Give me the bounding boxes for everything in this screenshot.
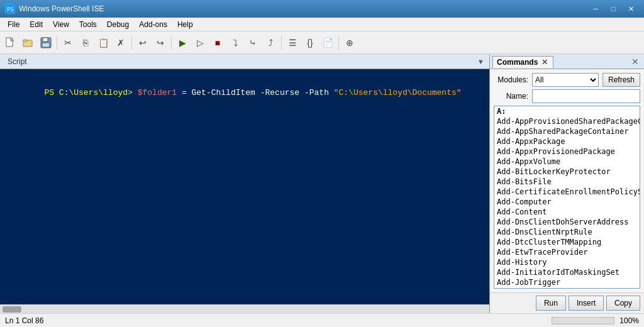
list-item[interactable]: Add-KdsRootKey [494, 287, 640, 289]
list-item[interactable]: Add-InitiatorIdToMaskingSet [494, 267, 640, 277]
ln-col-status: Ln 1 Col 86 [5, 316, 43, 325]
console-area[interactable]: PS C:\Users\lloyd> $folder1 = Get-ChildI… [0, 69, 489, 304]
minimize-button[interactable]: ─ [587, 3, 604, 15]
powershell-icon: PS [5, 4, 15, 14]
commands-tab-label: Commands [497, 58, 538, 67]
menu-file[interactable]: File [3, 19, 25, 30]
commands-tab[interactable]: Commands ✕ [492, 56, 553, 68]
menu-tools[interactable]: Tools [74, 19, 102, 30]
script-tab-bar: Script ▼ [0, 54, 489, 69]
new-tab-button[interactable]: ⊕ [341, 35, 358, 51]
name-input[interactable] [532, 89, 640, 103]
undo-button[interactable]: ↩ [135, 35, 151, 51]
menu-help[interactable]: Help [172, 19, 198, 30]
copy-action-button[interactable]: Copy [606, 296, 640, 311]
commands-actions: Run Insert Copy [490, 292, 644, 313]
script-tab-label: Script [3, 56, 32, 67]
close-button[interactable]: ✕ [623, 3, 639, 15]
show-commands-button[interactable]: ☰ [284, 35, 301, 51]
save-button[interactable] [38, 35, 54, 51]
status-left: Ln 1 Col 86 [5, 316, 43, 325]
commands-panel-close-button[interactable]: ✕ [629, 55, 641, 68]
step-out-button[interactable]: ⤴ [262, 35, 279, 51]
list-item[interactable]: Add-BitsFile [494, 177, 640, 187]
status-right: 100% [552, 316, 639, 325]
svg-rect-9 [42, 43, 50, 47]
window-title: Windows PowerShell ISE [19, 4, 104, 13]
script-expand-button[interactable]: ▼ [475, 57, 487, 67]
console-scrollbar[interactable] [0, 304, 489, 313]
ps-prompt: PS C:\Users\lloyd> [44, 88, 132, 97]
insert-action-button[interactable]: Insert [569, 296, 604, 311]
modules-label: Modules: [494, 75, 528, 84]
maximize-button[interactable]: □ [605, 3, 621, 15]
menu-debug[interactable]: Debug [102, 19, 134, 30]
run-selection-button[interactable]: ▷ [192, 35, 208, 51]
commands-list[interactable]: A: Add-AppProvisionedSharedPackageContai… [494, 106, 640, 289]
step-into-button[interactable]: ⤵ [227, 35, 243, 51]
show-script-button[interactable]: 📄 [319, 35, 336, 51]
commands-header: Commands ✕ ✕ [490, 54, 644, 69]
cut-button[interactable]: ✂ [60, 35, 76, 51]
status-bar: Ln 1 Col 86 100% [0, 313, 644, 327]
menu-addons[interactable]: Add-ons [134, 19, 172, 30]
modules-row: Modules: All Refresh [494, 73, 640, 87]
refresh-button[interactable]: Refresh [602, 73, 640, 87]
list-item[interactable]: Add-BitLockerKeyProtector [494, 167, 640, 177]
list-item[interactable]: Add-AppxPackage [494, 136, 640, 147]
svg-rect-6 [23, 40, 27, 42]
copy-button[interactable]: ⎘ [77, 35, 94, 51]
list-item[interactable]: Add-AppProvisionedSharedPackageContainer [494, 116, 640, 126]
toolbar-sep-2 [131, 36, 132, 50]
menu-view[interactable]: View [48, 19, 74, 30]
paste-button[interactable]: 📋 [95, 35, 111, 51]
ps-command: $folder1 = Get-ChildItem -Recurse -Path … [133, 88, 462, 97]
title-bar-left: PS Windows PowerShell ISE [5, 4, 104, 14]
clear-button[interactable]: ✗ [113, 35, 129, 51]
commands-list-section-a: A: [494, 106, 640, 116]
toolbar-sep-5 [338, 36, 339, 50]
window-controls: ─ □ ✕ [587, 3, 639, 15]
run-action-button[interactable]: Run [536, 296, 566, 311]
name-row: Name: [494, 89, 640, 103]
new-file-button[interactable] [3, 35, 19, 51]
commands-tab-close-icon[interactable]: ✕ [540, 58, 549, 67]
svg-rect-8 [43, 38, 48, 42]
list-item[interactable]: Add-History [494, 257, 640, 267]
status-progress-bar [552, 317, 614, 324]
list-item[interactable]: Add-CertificateEnrollmentPolicyServer [494, 187, 640, 197]
list-item[interactable]: Add-Computer [494, 197, 640, 207]
list-item[interactable]: Add-EtwTraceProvider [494, 247, 640, 257]
step-over-button[interactable]: ⤷ [245, 35, 261, 51]
menu-bar: File Edit View Tools Debug Add-ons Help [0, 18, 644, 31]
list-item[interactable]: Add-Content [494, 207, 640, 217]
list-item[interactable]: Add-JobTrigger [494, 277, 640, 287]
toolbar: ✂ ⎘ 📋 ✗ ↩ ↪ ▶ ▷ ■ ⤵ ⤷ ⤴ ☰ {} 📄 ⊕ [0, 31, 644, 54]
stop-button[interactable]: ■ [209, 35, 226, 51]
list-item[interactable]: Add-DnsClientDohServerAddress [494, 217, 640, 227]
toolbar-sep-4 [281, 36, 282, 50]
left-panel: Script ▼ PS C:\Users\lloyd> $folder1 = G… [0, 54, 490, 313]
svg-text:PS: PS [7, 6, 14, 13]
toolbar-sep-3 [171, 36, 172, 50]
title-bar: PS Windows PowerShell ISE ─ □ ✕ [0, 0, 644, 18]
zoom-level: 100% [619, 316, 639, 325]
toolbar-sep-1 [57, 36, 57, 50]
open-file-button[interactable] [20, 35, 36, 51]
list-item[interactable]: Add-DtcClusterTMMapping [494, 237, 640, 247]
show-snippets-button[interactable]: {} [302, 35, 318, 51]
list-item[interactable]: Add-AppSharedPackageContainer [494, 126, 640, 136]
list-item[interactable]: Add-DnsClientNrptRule [494, 227, 640, 237]
run-button[interactable]: ▶ [174, 35, 191, 51]
list-item[interactable]: Add-AppxVolume [494, 157, 640, 167]
console-line-1: PS C:\Users\lloyd> $folder1 = Get-ChildI… [5, 74, 484, 111]
commands-panel: Commands ✕ ✕ Modules: All Refresh Name: [490, 54, 644, 313]
list-item[interactable]: Add-AppxProvisionedPackage [494, 147, 640, 157]
menu-edit[interactable]: Edit [25, 19, 48, 30]
name-label: Name: [494, 92, 528, 101]
modules-select[interactable]: All [532, 73, 599, 87]
commands-content: Modules: All Refresh Name: A: Add-AppPro… [490, 69, 644, 292]
main-area: Script ▼ PS C:\Users\lloyd> $folder1 = G… [0, 54, 644, 313]
redo-button[interactable]: ↪ [152, 35, 169, 51]
